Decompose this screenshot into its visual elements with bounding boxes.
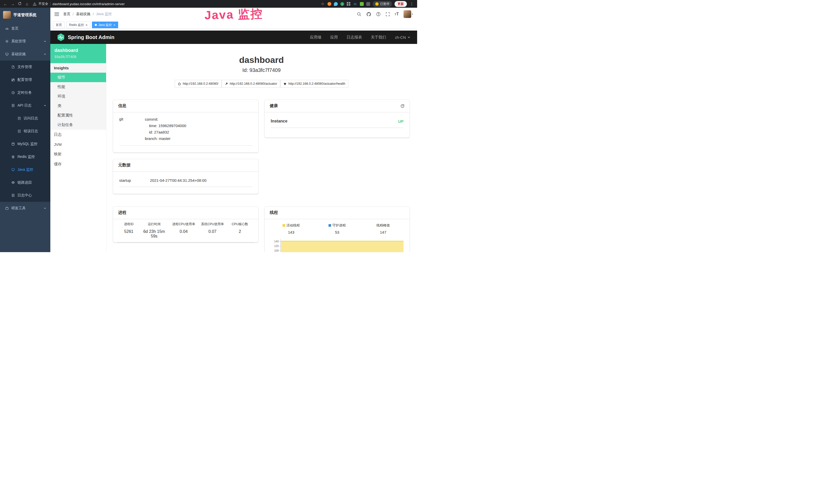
database-icon [11,142,15,146]
card-title: 进程 [118,210,126,215]
health-instance-row: Instance UP [271,116,403,128]
sba-menu-metrics[interactable]: 性能 [50,82,106,92]
breadcrumb-item[interactable]: 基础设施 [76,12,90,17]
tab-java-monitor[interactable]: Java 监控× [92,22,118,28]
ext-fox-icon[interactable] [328,2,331,6]
ext-green-icon[interactable]: y [340,2,344,6]
sidebar-item-api-logs[interactable]: API 日志 [0,99,50,112]
sba-instance-name: dashboard [54,48,102,53]
infrastructure-icon [5,52,9,56]
sidebar-item-java-monitor[interactable]: Java 监控 [0,163,50,176]
sba-menu-mappings[interactable]: 映射 [50,149,106,159]
forward-icon[interactable]: → [10,2,15,6]
sidebar-item-dev-tools[interactable]: 研发工具 [0,202,50,215]
sidebar-item-infrastructure[interactable]: 基础设施 [0,48,50,61]
home-icon[interactable]: ⌂ [25,2,29,6]
sba-locale-select[interactable]: zh-CN [395,35,411,40]
sba-brand-title: Spring Boot Admin [68,35,114,40]
page-subtitle: Id: 93a3fc7f7409 [113,67,410,73]
status-badge: UP [398,119,403,123]
java-monitor-icon [11,168,15,171]
sba-nav-applications[interactable]: 应用 [330,35,338,40]
url-text: dashboard.yudao.iocoder.cn/infra/admin-s… [53,2,125,6]
ext-grid-icon[interactable] [347,2,350,6]
file-icon [11,65,15,69]
sidebar-item-label: 文件管理 [18,65,32,69]
doc-icon [18,130,21,133]
chevron-up-icon [44,104,46,107]
redis-icon [11,155,15,159]
history-icon[interactable] [400,104,404,108]
home-icon [178,82,181,86]
health-url-link[interactable]: http://192.168.0.2:48080/actuator/health [280,80,349,88]
sba-instance-header[interactable]: dashboard 93a3fc7f7409 [50,44,106,63]
chevron-down-icon [44,40,46,43]
reload-icon[interactable] [18,2,22,6]
sba-menu-caches[interactable]: 缓存 [50,159,106,169]
ext-drop-icon[interactable] [334,2,338,6]
app-logo-row[interactable]: 芋道管理系统 [0,8,50,22]
ext-on-badge-icon[interactable]: on [353,2,357,6]
app-header: 首页 / 基础设施 / Java 监控 Java 监控 [50,8,417,21]
sba-nav-wallboard[interactable]: 应用墙 [310,35,321,40]
hamburger-icon[interactable] [54,13,59,16]
active-dot-icon [95,24,97,26]
tab-redis-monitor[interactable]: Redis 监控× [66,22,90,28]
sba-instance-id: 93a3fc7f7409 [54,55,102,59]
help-icon[interactable] [376,12,381,17]
actuator-url-link[interactable]: http://192.168.0.2:48080/actuator [222,80,280,88]
app-sidebar: 芋道管理系统 首页 系统管理 基础设施 文件管理 [0,8,50,252]
app-title: 芋道管理系统 [13,13,37,18]
sba-menu-classes[interactable]: 类 [50,101,106,111]
ext-puzzle-icon[interactable] [366,2,370,6]
threads-chart: 140 120 100 [268,239,406,252]
sidebar-item-tracing[interactable]: 链路追踪 [0,176,50,189]
address-bar[interactable]: 不安全 dashboard.yudao.iocoder.cn/infra/adm… [33,2,125,6]
sidebar-item-label: 研发工具 [11,206,26,210]
process-table: 进程ID5261 运行时间6d 23h 15m 59s 进程CPU使用率0.04… [117,222,254,243]
sba-menu-logs[interactable]: 日志 [50,130,106,140]
sidebar-item-scheduled-tasks[interactable]: 定时任务 [0,86,50,99]
back-icon[interactable]: ← [3,2,8,6]
heartbeat-icon [283,82,287,86]
search-icon[interactable] [357,12,361,17]
paused-badge[interactable]: 已暂停 [373,1,392,7]
sba-nav-about[interactable]: 关于我们 [371,35,386,40]
sidebar-item-access-logs[interactable]: 访问日志 [0,112,50,125]
legend-swatch [283,224,285,227]
service-url-link[interactable]: http://192.168.0.2:48080/ [175,80,222,88]
github-icon[interactable] [366,12,371,17]
sba-menu-environment[interactable]: 环境 [50,92,106,101]
browser-menu-kebab-icon[interactable]: ⋮ [410,2,414,6]
sba-navbar: Spring Boot Admin 应用墙 应用 日志报表 关于我们 zh-CN [50,30,417,44]
wrench-icon [225,82,228,86]
doc-icon [11,193,15,197]
sba-logo-icon [57,33,65,41]
sba-nav-journal[interactable]: 日志报表 [347,35,362,40]
sidebar-item-home[interactable]: 首页 [0,22,50,35]
sidebar-item-log-center[interactable]: 日志中心 [0,189,50,202]
breadcrumb-item[interactable]: 首页 [63,12,70,17]
close-icon[interactable]: × [113,23,115,27]
bookmark-star-icon[interactable]: ☆ [320,2,325,6]
fullscreen-icon[interactable] [386,12,390,17]
sidebar-item-config-management[interactable]: 配置管理 [0,73,50,86]
sidebar-item-error-logs[interactable]: 错误日志 [0,125,50,138]
sba-menu-details[interactable]: 细节 [50,73,106,82]
sidebar-item-system[interactable]: 系统管理 [0,35,50,48]
close-icon[interactable]: × [86,23,88,27]
sba-menu-jvm[interactable]: JVM [50,140,106,149]
tab-home[interactable]: 首页 [53,22,65,28]
sba-menu-config-props[interactable]: 配置属性 [50,111,106,120]
font-size-icon[interactable]: TT [395,12,399,17]
threads-chart-area [281,241,403,252]
sba-menu-scheduled-tasks[interactable]: 计划任务 [50,120,106,130]
sba-brand[interactable]: Spring Boot Admin [57,33,114,41]
sidebar-item-mysql-monitor[interactable]: MySQL 监控 [0,138,50,151]
sidebar-item-file-management[interactable]: 文件管理 [0,61,50,73]
sidebar-item-redis-monitor[interactable]: Redis 监控 [0,151,50,163]
ext-leaf-icon[interactable] [360,2,364,6]
update-button[interactable]: 更新 [395,1,407,7]
metadata-row-startup: startup 2021-04-27T00:44:31.254+08:00 [119,176,252,187]
avatar[interactable]: ▾ [403,10,413,18]
